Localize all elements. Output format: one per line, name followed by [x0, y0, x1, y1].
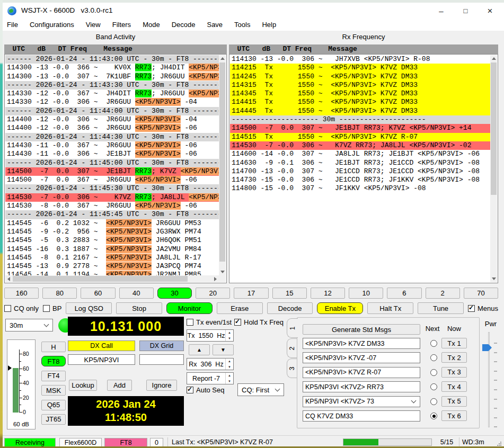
decode-message-row[interactable]: 114400 -12 -0.0 306 ~ JR6GUU <KP5/NP3VI>… — [5, 115, 219, 124]
cq-first-combo[interactable]: CQ: First — [237, 383, 284, 396]
band-button-6[interactable]: 6 — [387, 288, 421, 299]
ignore-button[interactable]: Ignore — [146, 380, 177, 391]
scrollbar-thumb[interactable] — [491, 62, 497, 195]
mode-button-h[interactable]: H — [41, 342, 66, 352]
decode-message-row[interactable]: 114245 Tx 1550 ~ <KP5/NP3VI> K7VZ DM33 — [230, 73, 490, 81]
halt-tx-button[interactable]: Halt Tx — [367, 302, 413, 314]
spinner-arrows-icon[interactable] — [225, 373, 233, 384]
scroll-down-icon[interactable] — [490, 275, 497, 282]
close-button[interactable]: × — [478, 3, 502, 19]
log-qso-button[interactable]: Log QSO — [66, 302, 112, 314]
decode-message-row[interactable]: 114545 -8 0.1 2167 ~ <KP5/NP3VI> JA8LJL … — [5, 254, 219, 262]
scroll-left-icon[interactable] — [5, 275, 12, 282]
tx-up-button[interactable]: ▲ — [189, 344, 210, 355]
band-button-160[interactable]: 160 — [4, 288, 39, 299]
decode-message-row[interactable]: 114545 -13 0.9 2778 ~ <KP5/NP3VI> JA3PCQ… — [5, 262, 219, 271]
decode-message-row[interactable]: 114345 Tx 1550 ~ <KP5/NP3VI> K7VZ DM33 — [230, 89, 490, 98]
decode-message-row[interactable]: 114600 -14 -0.0 307 ~ JA8LJL RR73; JE1BJ… — [230, 150, 490, 158]
decode-message-row[interactable]: 114215 Tx 1550 ~ <KP5/NP3VI> K7VZ DM33 — [230, 64, 490, 72]
resize-grip-icon[interactable] — [497, 442, 501, 446]
decode-message-row[interactable]: 114315 Tx 1550 ~ <KP5/NP3VI> K7VZ DM33 — [230, 81, 490, 89]
tx-message-field-4[interactable]: KP5/NP3VI <K7VZ> RR73 — [303, 381, 420, 392]
tx-freq-spinner[interactable]: Tx 1550 Hz — [187, 329, 234, 342]
decode-separator-row[interactable]: ------ 2026-01-24 - 11:45:45 UTC - 30m -… — [5, 210, 219, 219]
decode-message-row[interactable]: 114545 -16 0.3 1887 ~ <KP5/NP3VI> JA2VMU… — [5, 245, 219, 254]
scrollbar-thumb[interactable] — [219, 62, 225, 262]
pwr-slider-handle[interactable] — [482, 344, 492, 351]
dx-call-input[interactable]: KP5/NP3VI — [68, 354, 135, 365]
decode-message-row[interactable]: 114730 -15 -0.0 306 ~ JE1CCD RR73; JF1KK… — [230, 176, 490, 184]
maximize-button[interactable]: □ — [454, 3, 478, 19]
menu-item-view[interactable]: View — [80, 19, 107, 31]
tx-even-checkbox[interactable]: Tx even/1st — [187, 318, 232, 326]
decode-message-row[interactable]: 114630 -9 -0.1 306 ~ JE1BJT RR73; JE1CCD… — [230, 159, 490, 167]
band-button-80[interactable]: 80 — [42, 288, 77, 299]
report-spinner[interactable]: Report -7 — [187, 372, 234, 384]
tx-down-button[interactable]: ▼ — [213, 344, 234, 355]
decode-message-row[interactable]: 114530 -7 -0.0 306 ~ K7VZ RR73; JA8LJL <… — [5, 193, 219, 202]
menu-item-file[interactable]: File — [1, 19, 24, 31]
generate-std-msgs-button[interactable]: Generate Std Msgs — [303, 324, 420, 335]
decode-message-row[interactable]: 114530 -8 -0.0 367 ~ JR6GUU <KP5/NP3VI> … — [5, 202, 219, 210]
message-tab-3[interactable]: 3 — [287, 359, 297, 378]
decode-message-row[interactable]: 114415 Tx 1550 ~ <KP5/NP3VI> K7VZ DM33 — [230, 98, 490, 106]
menu-item-filters[interactable]: Filters — [107, 19, 137, 31]
band-button-10[interactable]: 10 — [349, 288, 383, 299]
band-button-17[interactable]: 17 — [234, 288, 268, 299]
band-button-12[interactable]: 12 — [311, 288, 345, 299]
tx-message-field-2[interactable]: <KP5/NP3VI> K7VZ -07 — [303, 352, 420, 363]
dx-grid-input[interactable] — [139, 354, 184, 365]
band-button-40[interactable]: 40 — [119, 288, 154, 299]
menu-item-save[interactable]: Save — [201, 19, 228, 31]
decode-message-row[interactable]: 114500 -7 0.0 307 ~ JE1BJT RR73; K7VZ <K… — [5, 167, 219, 176]
next-radio-6[interactable] — [430, 413, 437, 419]
scroll-up-icon[interactable] — [219, 55, 226, 62]
decode-message-row[interactable]: 114500 -7 0.0 307 ~ JE1BJT RR73; K7VZ <K… — [230, 124, 490, 132]
decode-message-row[interactable]: 114430 -11 -0.0 306 ~ JE1BJT <KP5/NP3VI>… — [5, 150, 219, 158]
decode-message-row[interactable]: 114545 -6 0.2 1032 ~ <KP5/NP3VI> JR6GUU … — [5, 219, 219, 228]
tx-message-field-3[interactable]: <KP5/NP3VI> K7VZ R-07 — [303, 367, 420, 378]
band-button-20[interactable]: 20 — [196, 288, 230, 299]
mode-button-jt65[interactable]: JT65 — [41, 414, 66, 425]
next-radio-1[interactable] — [430, 340, 437, 347]
decode-message-row[interactable]: 114330 -12 -0.0 367 ~ JH4DIT RR73; JR6GU… — [5, 89, 219, 98]
decode-message-row[interactable]: 114130 -13 -0.0 306 ~ JH7XVB <KP5/NP3VI>… — [230, 55, 490, 64]
tx3-now-button[interactable]: Tx 3 — [441, 367, 467, 378]
message-tab-2[interactable]: 2 — [287, 338, 297, 358]
decode-separator-row[interactable]: ------ 2026-01-24 - 11:45:00 UTC - 30m -… — [5, 159, 219, 167]
menu-item-mode[interactable]: Mode — [137, 19, 166, 31]
tx-message-combo-5[interactable]: KP5/NP3VI <K7VZ> 73 — [303, 396, 420, 407]
horizontal-scrollbar[interactable] — [5, 275, 219, 282]
scrollbar-thumb[interactable] — [13, 276, 188, 282]
tx4-now-button[interactable]: Tx 4 — [441, 381, 467, 392]
tx1-now-button[interactable]: Tx 1 — [441, 338, 467, 348]
scroll-up-icon[interactable] — [490, 55, 497, 62]
decode-message-row[interactable]: 114445 Tx 1550 ~ <KP5/NP3VI> K7VZ DM33 — [230, 107, 490, 115]
menus-checkbox[interactable]: Menus — [468, 304, 498, 312]
menu-item-decode[interactable]: Decode — [166, 19, 201, 31]
menu-item-help[interactable]: Help — [256, 19, 282, 31]
add-button[interactable]: Add — [107, 380, 132, 391]
decode-message-row[interactable]: 114800 -15 -0.0 307 ~ JF1KKV <KP5/NP3VI>… — [230, 184, 490, 193]
tx5-now-button[interactable]: Tx 5 — [441, 396, 467, 407]
scroll-right-icon[interactable] — [212, 275, 219, 282]
scroll-down-icon[interactable] — [219, 268, 226, 275]
tx2-now-button[interactable]: Tx 2 — [441, 352, 467, 363]
decode-message-row[interactable]: 114300 -13 -0.0 366 ~ KV0X RR73; JH4DIT … — [5, 64, 219, 72]
menu-item-tools[interactable]: Tools — [228, 19, 256, 31]
decode-separator-row[interactable]: ------ 2026-01-24 - 11:44:00 UTC - 30m -… — [5, 107, 219, 115]
decode-button[interactable]: Decode — [267, 302, 313, 314]
decode-message-row[interactable]: 114330 -12 -0.0 306 ~ JR6GUU <KP5/NP3VI>… — [5, 98, 219, 106]
tune-button[interactable]: Tune — [418, 302, 464, 314]
decode-message-row[interactable]: 114545 -9 -0.2 956 ~ <KP5/NP3VI> JG3RWX … — [5, 228, 219, 236]
rx-freq-spinner[interactable]: Rx 306 Hz — [187, 358, 234, 370]
stop-button[interactable]: Stop — [116, 302, 162, 314]
band-select-combo[interactable]: 30m — [5, 319, 53, 331]
auto-seq-checkbox[interactable]: Auto Seq — [187, 386, 225, 394]
next-radio-5[interactable] — [430, 398, 437, 405]
decode-message-row[interactable]: 114430 -11 -0.0 367 ~ JR6GUU <KP5/NP3VI>… — [5, 141, 219, 150]
spinner-arrows-icon[interactable] — [225, 359, 233, 370]
mode-button-ft8[interactable]: FT8 — [41, 356, 66, 366]
tx-message-field-1[interactable]: <KP5/NP3VI> K7VZ DM33 — [303, 338, 420, 349]
spinner-arrows-icon[interactable] — [225, 330, 233, 341]
